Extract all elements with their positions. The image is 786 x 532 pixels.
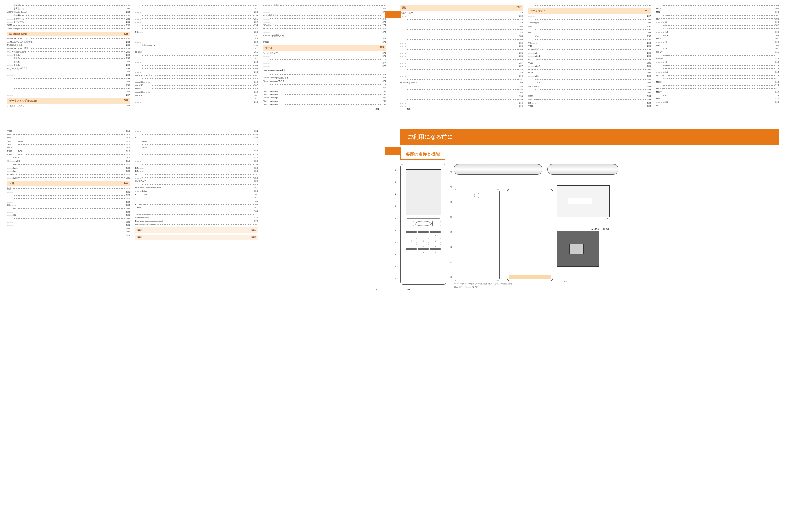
entry-label: ……… xyxy=(135,196,142,199)
entry-page: 302 xyxy=(647,78,651,81)
toc-entry: テレビ視聴中の操作240 xyxy=(7,50,130,53)
toc-entry: Touch Message………281 xyxy=(263,103,386,106)
page-58: ご利用になる前に 各部の名称と機能 123 456 789 *0# xyxy=(393,126,786,292)
entry-page: 312 xyxy=(775,64,779,67)
entry-page: 339 xyxy=(254,153,258,156)
toc-entry: ………269 xyxy=(135,97,258,100)
entry-label: PC……… xyxy=(135,31,145,33)
toc-entry: ………M#320 xyxy=(7,163,130,166)
toc-entry: M11297 xyxy=(528,25,651,28)
entry-label: ……… xyxy=(400,42,407,44)
toc-entry: ………M48312 xyxy=(656,61,779,64)
entry-label: M316 xyxy=(656,7,662,10)
entry-page: 284 xyxy=(519,35,523,38)
entry-page: 235 xyxy=(126,14,130,17)
entry-page: 323 xyxy=(126,207,130,210)
entry-page: 276 xyxy=(382,55,386,57)
toc-entry: DC………323 xyxy=(7,204,130,207)
toc-entry: M427309 xyxy=(656,44,779,47)
toc-entry: ………を見る242 xyxy=(7,57,130,60)
entry-label: ……… xyxy=(400,45,407,48)
toc-entry: ………M453 xyxy=(135,146,258,149)
entry-page: 309 xyxy=(775,47,779,50)
toc-entry: M13298 xyxy=(528,31,651,34)
section-header: 索引381 xyxy=(135,227,258,233)
section-header: au Media Tuner238 xyxy=(7,32,130,36)
entry-label: ……… xyxy=(7,224,13,226)
entry-page: 243 xyxy=(126,73,130,76)
toc-entry: T002………M582318 xyxy=(7,153,130,156)
entry-label: ……… xyxy=(263,55,270,57)
entry-label: M415 xyxy=(656,37,662,40)
toc-entry: M15299 xyxy=(528,45,651,48)
toc-entry: microSD………268 xyxy=(135,94,258,97)
entry-page: 298 xyxy=(647,42,651,44)
entry-label: EZ……… xyxy=(135,166,145,169)
entry-page: 282 xyxy=(519,18,523,21)
toc-entry: ………331 xyxy=(135,130,258,132)
toc-entry: ………を設定する236 xyxy=(7,21,130,23)
toc-entry: General Notes375 xyxy=(135,216,258,219)
entry-page: 315 xyxy=(775,100,779,103)
entry-page: 263 xyxy=(254,64,258,67)
entry-label: M252 M253 xyxy=(528,85,540,88)
entry-label: ……… xyxy=(135,37,142,40)
toc-entry: EZ………355 xyxy=(135,170,258,172)
entry-page: 294 xyxy=(519,98,523,101)
entry-label: ……… xyxy=(135,61,142,64)
entry-page: 252 xyxy=(254,11,258,13)
toc-entry: Safety Precautions370 xyxy=(135,213,258,216)
entry-label: M516 xyxy=(656,87,662,90)
entry-label: ………M214 xyxy=(528,65,540,67)
toc-entry: EZwebにau320 xyxy=(7,173,130,176)
toc-entry: PC………298 xyxy=(528,42,651,44)
entry-page: 313 xyxy=(775,87,779,90)
entry-page: 254 xyxy=(254,21,258,23)
entry-page: 320 xyxy=(126,173,130,176)
entry-page: 281 xyxy=(382,100,386,103)
toc-entry: ………285 xyxy=(400,42,523,44)
toc-entry: ………274 xyxy=(263,37,386,40)
toc-entry: ………322 xyxy=(7,197,130,200)
entry-page: 315 xyxy=(775,104,779,107)
camera-lens-icon xyxy=(474,193,479,198)
toc-entry: ………M45310 xyxy=(656,54,779,57)
entry-label: E………M212 xyxy=(528,58,541,61)
toc-entry: M517314 xyxy=(656,91,779,93)
entry-label: Touch Messageで送る xyxy=(263,79,284,82)
entry-label: M515 xyxy=(656,81,662,83)
entry-label: EZwebサイト M16 xyxy=(528,48,546,51)
entry-page: 238 xyxy=(126,40,130,43)
entry-label: ………M48 xyxy=(656,61,667,64)
entry-label: ……… xyxy=(7,234,13,237)
toc-entry: ………を確認する232 xyxy=(7,4,130,7)
entry-label: ……… xyxy=(7,227,13,230)
toc-entry: ………294 xyxy=(400,91,523,94)
entry-page: 277 xyxy=(382,65,386,67)
toc-entry: ………284 xyxy=(400,35,523,38)
entry-label: ……… xyxy=(135,24,142,27)
entry-page: 303 xyxy=(647,85,651,88)
toc-entry: EZweb制限297 xyxy=(528,21,651,24)
entry-page: 293 xyxy=(519,85,523,88)
toc-entry: M315304 xyxy=(528,105,651,108)
toc-entry: M34306 xyxy=(656,17,779,20)
entry-label: Touch Message……… xyxy=(263,93,284,96)
entry-label: microSDメモリカード xyxy=(135,74,156,77)
entry-label: ……… xyxy=(400,35,407,38)
toc-entry: ………344 xyxy=(135,156,258,159)
toc-entry: ………を見る242 xyxy=(7,64,130,66)
toc-entry: au Media Tunerを起動する238 xyxy=(7,40,130,43)
toc-entry: LISMO Player237 xyxy=(7,27,130,30)
toc-entry: ………331 xyxy=(135,133,258,136)
entry-label: ……… xyxy=(135,153,142,156)
entry-label: ……… xyxy=(135,156,142,159)
toc-entry: au Smart Sports Run&Walk359 xyxy=(135,186,258,189)
entry-label: M574 xyxy=(7,146,12,149)
toc-entry: M515313 xyxy=(656,81,779,83)
entry-label: ……… xyxy=(7,194,13,197)
entry-label: M34 xyxy=(656,17,661,20)
entry-page: 304 xyxy=(647,98,651,101)
toc-entry: ………253 xyxy=(135,14,258,17)
entry-label: ……… xyxy=(528,18,535,21)
